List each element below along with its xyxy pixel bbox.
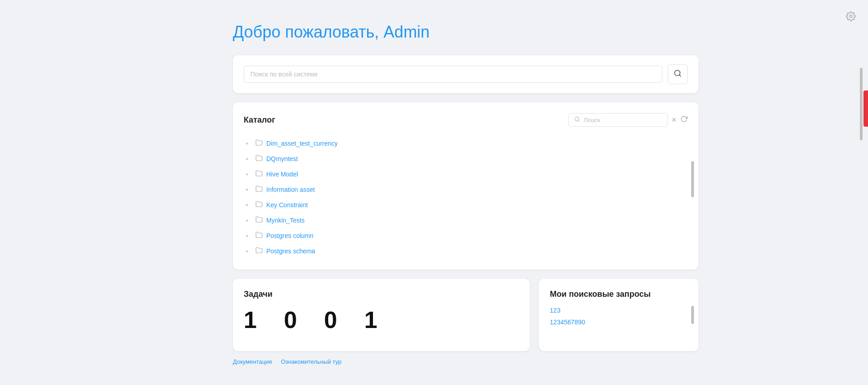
list-item[interactable]: + Mynkin_Tests bbox=[244, 213, 688, 228]
catalog-item-link[interactable]: Hive Model bbox=[266, 171, 298, 178]
list-item: 123 bbox=[550, 306, 688, 314]
search-icon bbox=[674, 69, 682, 80]
expand-icon: + bbox=[245, 248, 252, 254]
list-item[interactable]: + Dim_asset_test_currency bbox=[244, 136, 688, 151]
tasks-title: Задачи bbox=[244, 290, 519, 299]
documentation-link[interactable]: Документация bbox=[233, 358, 272, 365]
catalog-clear-button[interactable]: ✕ bbox=[671, 116, 677, 124]
folder-icon bbox=[255, 216, 263, 225]
searches-title: Мои поисковые запросы bbox=[550, 290, 688, 299]
main-scrollbar-thumb[interactable] bbox=[860, 68, 863, 140]
list-item[interactable]: + Postgres schema bbox=[244, 243, 688, 259]
task-number-3: 1 bbox=[364, 308, 377, 332]
catalog-search-icon bbox=[574, 116, 580, 124]
catalog-search-wrapper bbox=[568, 113, 668, 127]
catalog-scrollbar-thumb[interactable] bbox=[691, 161, 694, 197]
expand-icon: + bbox=[245, 141, 252, 146]
task-number-2: 0 bbox=[324, 308, 337, 332]
folder-icon bbox=[255, 247, 263, 256]
catalog-item-link[interactable]: Key Constraint bbox=[266, 201, 308, 209]
search-input-wrapper bbox=[244, 66, 662, 83]
expand-icon: + bbox=[245, 233, 252, 238]
expand-icon: + bbox=[245, 218, 252, 223]
catalog-item-link[interactable]: Dim_asset_test_currency bbox=[266, 140, 338, 147]
svg-line-2 bbox=[679, 75, 680, 76]
tasks-numbers: 1 0 0 1 bbox=[244, 308, 519, 332]
searches-card: Мои поисковые запросы 123 1234567890 bbox=[539, 279, 698, 351]
username-highlight: Admin bbox=[383, 23, 429, 41]
folder-icon bbox=[255, 231, 263, 240]
expand-icon: + bbox=[245, 156, 252, 162]
expand-icon: + bbox=[245, 171, 252, 177]
gear-icon bbox=[846, 11, 856, 24]
catalog-item-link[interactable]: Information asset bbox=[266, 186, 315, 193]
searches-scrollbar-thumb[interactable] bbox=[691, 306, 694, 324]
folder-icon bbox=[255, 170, 263, 179]
search-button[interactable] bbox=[668, 64, 688, 84]
task-number-1: 0 bbox=[284, 308, 297, 332]
list-item[interactable]: + Key Constraint bbox=[244, 197, 688, 213]
search-query-link[interactable]: 1234567890 bbox=[550, 318, 585, 326]
list-item[interactable]: + Hive Model bbox=[244, 166, 688, 182]
list-item[interactable]: + Information asset bbox=[244, 182, 688, 197]
catalog-title: Каталог bbox=[244, 115, 275, 125]
welcome-heading: Добро пожаловать, Admin bbox=[233, 23, 698, 42]
search-card bbox=[233, 55, 698, 93]
catalog-search-input[interactable] bbox=[584, 117, 662, 124]
catalog-scrollbar[interactable] bbox=[691, 134, 694, 261]
folder-icon bbox=[255, 154, 263, 163]
catalog-item-link[interactable]: Mynkin_Tests bbox=[266, 217, 305, 224]
main-scrollbar[interactable] bbox=[860, 68, 863, 376]
folder-icon bbox=[255, 200, 263, 209]
svg-point-0 bbox=[849, 15, 852, 18]
catalog-item-link[interactable]: Postgres schema bbox=[266, 247, 315, 255]
searches-list: 123 1234567890 bbox=[550, 306, 688, 326]
footer-links: Документация Ознакомительный тур bbox=[233, 358, 698, 365]
expand-icon: + bbox=[245, 202, 252, 208]
searches-scrollbar[interactable] bbox=[691, 306, 694, 342]
list-item: 1234567890 bbox=[550, 318, 688, 326]
catalog-item-link[interactable]: Postgres column bbox=[266, 232, 313, 239]
clear-icon: ✕ bbox=[671, 116, 677, 124]
folder-icon bbox=[255, 185, 263, 194]
svg-line-4 bbox=[578, 120, 579, 121]
task-number-0: 1 bbox=[244, 308, 257, 332]
notification-sidebar[interactable] bbox=[863, 90, 868, 127]
list-item[interactable]: + Postgres column bbox=[244, 228, 688, 243]
catalog-card: Каталог ✕ bbox=[233, 102, 698, 270]
catalog-item-link[interactable]: DQmyntest bbox=[266, 155, 298, 162]
bottom-row: Задачи 1 0 0 1 Мои поисковые запросы 123… bbox=[233, 279, 698, 351]
catalog-list: + Dim_asset_test_currency + DQmyntest bbox=[244, 136, 688, 259]
folder-icon bbox=[255, 139, 263, 148]
settings-button[interactable] bbox=[843, 9, 859, 25]
expand-icon: + bbox=[245, 187, 252, 192]
tour-link[interactable]: Ознакомительный тур bbox=[281, 358, 342, 365]
refresh-icon bbox=[680, 115, 688, 124]
catalog-refresh-button[interactable] bbox=[680, 115, 688, 124]
list-item[interactable]: + DQmyntest bbox=[244, 151, 688, 166]
global-search-input[interactable] bbox=[250, 71, 656, 78]
search-query-link[interactable]: 123 bbox=[550, 307, 560, 314]
tasks-card: Задачи 1 0 0 1 bbox=[233, 279, 530, 351]
